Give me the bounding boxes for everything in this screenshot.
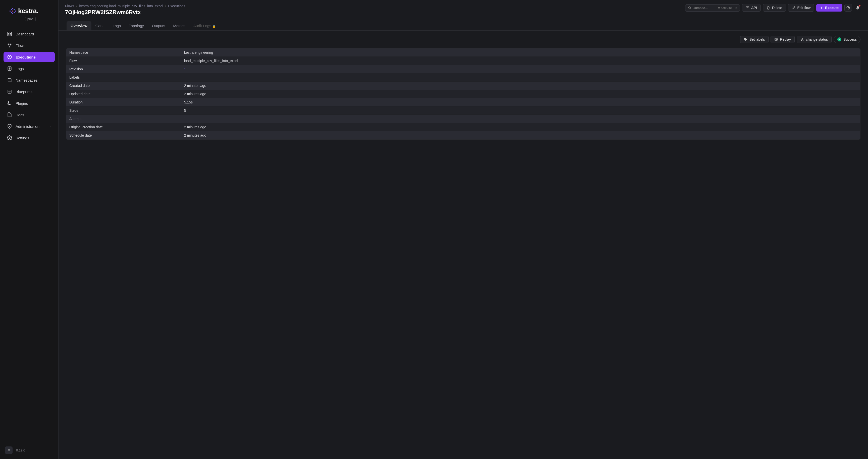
api-button[interactable]: API API bbox=[742, 4, 761, 11]
kestra-logo-icon bbox=[9, 8, 16, 14]
tab-audit-logs: Audit Logs🔒 bbox=[189, 21, 220, 30]
detail-key: Schedule date bbox=[66, 131, 181, 139]
detail-key: Updated date bbox=[66, 90, 181, 98]
svg-point-13 bbox=[8, 44, 8, 44]
sidebar-item-logs[interactable]: Logs bbox=[3, 64, 55, 73]
svg-rect-2 bbox=[12, 10, 13, 11]
tab-overview[interactable]: Overview bbox=[67, 21, 91, 30]
svg-text:API: API bbox=[746, 7, 748, 8]
delete-button[interactable]: Delete bbox=[763, 4, 786, 11]
sidebar-item-settings[interactable]: Settings bbox=[3, 133, 55, 143]
help-button[interactable] bbox=[844, 4, 852, 11]
detail-value: 5.15s bbox=[181, 98, 860, 106]
header-actions: Jump to... Ctrl/Cmd + K API API bbox=[685, 4, 862, 11]
env-badge: prod bbox=[25, 17, 36, 21]
set-labels-button[interactable]: Set labels bbox=[740, 36, 769, 43]
help-icon bbox=[846, 6, 850, 9]
detail-value: kestra.engineering bbox=[181, 48, 860, 57]
sidebar-item-executions[interactable]: Executions bbox=[3, 52, 55, 62]
svg-rect-7 bbox=[11, 12, 12, 13]
nav-label: Dashboard bbox=[16, 32, 34, 36]
main: Flows / kestra.engineering.load_multiple… bbox=[59, 0, 868, 459]
search-icon bbox=[688, 6, 691, 9]
sidebar: kestra. prod DashboardFlowsExecutionsLog… bbox=[0, 0, 59, 459]
svg-point-26 bbox=[689, 6, 691, 8]
breadcrumb-item[interactable]: Flows bbox=[65, 4, 74, 8]
svg-rect-1 bbox=[9, 10, 10, 11]
svg-point-25 bbox=[9, 137, 10, 139]
svg-rect-9 bbox=[8, 32, 9, 34]
nav-label: Plugins bbox=[16, 101, 28, 105]
detail-row: Updated date2 minutes ago bbox=[66, 90, 860, 98]
svg-rect-10 bbox=[10, 32, 11, 34]
logo[interactable]: kestra. bbox=[9, 7, 51, 15]
svg-point-37 bbox=[801, 40, 801, 40]
nav-label: Logs bbox=[16, 67, 24, 71]
detail-row: Created date2 minutes ago bbox=[66, 81, 860, 90]
action-bar: Set labels Replay change status ✓ Succes… bbox=[66, 36, 861, 43]
chevron-right-icon: › bbox=[50, 125, 51, 128]
detail-value: load_multiple_csv_files_into_excel bbox=[181, 57, 860, 65]
svg-point-15 bbox=[9, 46, 10, 47]
nav-label: Executions bbox=[16, 55, 36, 59]
sidebar-item-dashboard[interactable]: Dashboard bbox=[3, 29, 55, 39]
nav: DashboardFlowsExecutionsLogsNamespacesBl… bbox=[0, 24, 58, 441]
namespaces-icon bbox=[7, 77, 12, 83]
nav-label: Namespaces bbox=[16, 78, 38, 83]
dashboard-icon bbox=[7, 31, 12, 36]
tab-topology[interactable]: Topology bbox=[125, 21, 148, 30]
tabs: OverviewGanttLogsTopologyOutputsMetricsA… bbox=[65, 21, 862, 30]
detail-key: Attempt bbox=[66, 115, 181, 123]
svg-point-32 bbox=[848, 8, 848, 9]
detail-value: 2 minutes ago bbox=[181, 81, 860, 90]
sidebar-item-plugins[interactable]: Plugins bbox=[3, 98, 55, 108]
svg-rect-5 bbox=[11, 9, 12, 10]
detail-key: Duration bbox=[66, 98, 181, 106]
detail-key: Created date bbox=[66, 81, 181, 90]
sidebar-item-namespaces[interactable]: Namespaces bbox=[3, 75, 55, 85]
nav-label: Flows bbox=[16, 43, 25, 48]
svg-line-40 bbox=[802, 39, 803, 40]
detail-key: Steps bbox=[66, 106, 181, 114]
header-left: Flows / kestra.engineering.load_multiple… bbox=[65, 4, 185, 15]
svg-point-14 bbox=[10, 44, 11, 44]
nav-label: Docs bbox=[16, 113, 24, 117]
detail-value[interactable]: 1 bbox=[181, 65, 860, 73]
page-title: 7OjHog2PRW2fSZRwm6Rvtx bbox=[65, 9, 185, 15]
content: Set labels Replay change status ✓ Succes… bbox=[59, 31, 868, 459]
search-placeholder: Jump to... bbox=[693, 6, 708, 10]
svg-rect-12 bbox=[10, 34, 11, 36]
admin-icon bbox=[7, 124, 12, 129]
detail-row: Namespacekestra.engineering bbox=[66, 48, 860, 57]
change-status-button[interactable]: change status bbox=[797, 36, 832, 43]
detail-value: 2 minutes ago bbox=[181, 131, 860, 139]
search-input[interactable]: Jump to... Ctrl/Cmd + K bbox=[685, 4, 740, 11]
detail-key: Namespace bbox=[66, 48, 181, 57]
svg-rect-28 bbox=[718, 7, 720, 8]
replay-button[interactable]: Replay bbox=[771, 36, 795, 43]
execute-button[interactable]: Execute bbox=[816, 4, 842, 11]
svg-rect-22 bbox=[8, 90, 11, 93]
replay-icon bbox=[774, 38, 778, 41]
detail-row: Duration5.15s bbox=[66, 98, 860, 106]
breadcrumb-item[interactable]: kestra.engineering.load_multiple_csv_fil… bbox=[79, 4, 163, 8]
sidebar-item-flows[interactable]: Flows bbox=[3, 40, 55, 51]
sidebar-item-administration[interactable]: Administration› bbox=[3, 121, 55, 131]
sidebar-item-blueprints[interactable]: Blueprints bbox=[3, 87, 55, 97]
executions-icon bbox=[7, 55, 12, 60]
edit-flow-button[interactable]: Edit flow bbox=[788, 4, 814, 11]
tab-gantt[interactable]: Gantt bbox=[91, 21, 109, 30]
search-kbd: Ctrl/Cmd + K bbox=[718, 6, 737, 9]
tab-outputs[interactable]: Outputs bbox=[148, 21, 169, 30]
sidebar-item-docs[interactable]: Docs bbox=[3, 110, 55, 120]
detail-value bbox=[181, 73, 860, 81]
notifications-button[interactable] bbox=[854, 4, 862, 11]
pencil-icon bbox=[792, 6, 795, 9]
tab-metrics[interactable]: Metrics bbox=[169, 21, 189, 30]
tab-logs[interactable]: Logs bbox=[108, 21, 125, 30]
collapse-sidebar-button[interactable] bbox=[5, 447, 12, 454]
detail-row: Labels bbox=[66, 73, 860, 81]
breadcrumb-item[interactable]: Executions bbox=[168, 4, 185, 8]
status-icon bbox=[800, 38, 804, 41]
logo-area: kestra. prod bbox=[0, 0, 58, 24]
